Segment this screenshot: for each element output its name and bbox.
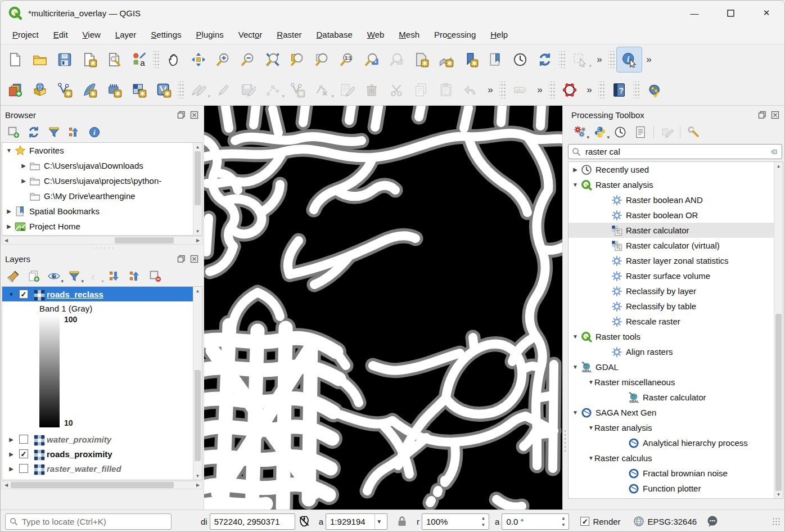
add-postgis-layer-button[interactable] xyxy=(102,78,127,102)
vertex-tool-button[interactable]: ▾ xyxy=(310,78,335,102)
refresh-browser-button[interactable] xyxy=(24,123,43,141)
toolbox-item-analytical-hierarchy-process[interactable]: Analytical hierarchy process xyxy=(569,435,783,450)
layer-labeling-button[interactable]: abc xyxy=(508,78,533,102)
magnifier-spinner[interactable]: ▲▼ xyxy=(479,515,488,528)
dropdown-caret-icon[interactable]: ▾ xyxy=(607,134,610,140)
refresh-map-button[interactable] xyxy=(533,47,557,72)
add-wms-layer-button[interactable] xyxy=(28,78,52,102)
window-resize-grip[interactable] xyxy=(772,517,780,525)
new-map-view-button[interactable] xyxy=(409,47,434,72)
open-project-button[interactable] xyxy=(28,47,52,72)
toolbox-item-raster-boolean-or[interactable]: Raster boolean OR xyxy=(569,208,783,223)
manage-map-themes-button[interactable]: ▾ xyxy=(44,267,64,285)
menu-processing[interactable]: Processing xyxy=(427,27,483,42)
options-button[interactable] xyxy=(684,123,703,141)
toolbox-item-gdal[interactable]: ▼GDALGDAL xyxy=(569,359,783,375)
paste-features-button[interactable] xyxy=(434,78,458,102)
pan-map-button[interactable] xyxy=(161,47,186,72)
zoom-next-button[interactable] xyxy=(384,47,409,72)
layers-vertical-scrollbar[interactable]: ▲ ▼ xyxy=(193,287,202,480)
layer-item-roads_reclass[interactable]: ▼✓roads_reclass xyxy=(2,287,202,301)
toggle-editing-button[interactable] xyxy=(211,78,236,102)
menu-web[interactable]: Web xyxy=(360,27,392,42)
tree-expander-icon[interactable]: ▼ xyxy=(6,147,12,154)
toolbar-overflow-button[interactable]: » xyxy=(533,84,547,96)
toolbox-item-align-rasters[interactable]: Align rasters xyxy=(569,344,783,359)
toolbar-grip[interactable] xyxy=(499,82,506,98)
crs-globe-icon[interactable] xyxy=(632,515,646,528)
add-vector-layer-button[interactable] xyxy=(52,78,77,102)
messages-button[interactable] xyxy=(706,515,719,528)
menu-edit[interactable]: Edit xyxy=(46,27,75,42)
history-button[interactable] xyxy=(611,123,630,141)
menu-view[interactable]: View xyxy=(75,27,108,42)
zoom-native-resolution-button[interactable]: 1:1 xyxy=(335,47,359,72)
menu-database[interactable]: Database xyxy=(309,27,360,42)
toolbox-item-raster-surface-volume[interactable]: Raster surface volume xyxy=(569,268,783,283)
zoom-full-extent-button[interactable] xyxy=(260,47,285,72)
dropdown-caret-icon[interactable]: ▾ xyxy=(589,63,592,69)
style-manager-button[interactable]: a xyxy=(127,47,151,72)
menu-settings[interactable]: Settings xyxy=(143,27,188,42)
toolbox-item-raster-calculator[interactable]: Raster calculator xyxy=(569,223,783,238)
toolbox-item-saga-next-gen[interactable]: ▼SAGA Next Gen xyxy=(569,405,783,420)
filter-by-expression-button[interactable]: ε▾ xyxy=(85,267,104,285)
select-features-button[interactable]: ▾ xyxy=(567,47,592,72)
digitize-with-segment-button[interactable]: ▾ xyxy=(260,78,285,102)
collapse-all-button[interactable] xyxy=(65,123,84,141)
tree-expander-icon[interactable]: ▶ xyxy=(2,466,15,472)
tree-expander-icon[interactable]: ▼ xyxy=(572,364,579,370)
filter-browser-button[interactable] xyxy=(44,123,64,141)
browser-item[interactable]: ▶Project Home xyxy=(2,219,202,234)
toolbar-overflow-button[interactable]: » xyxy=(592,54,607,65)
new-print-layout-button[interactable] xyxy=(77,47,102,72)
current-edits-button[interactable]: ▾ xyxy=(186,78,211,102)
modify-attributes-button[interactable] xyxy=(335,78,359,102)
close-button[interactable]: ✕ xyxy=(748,2,784,24)
toolbox-search[interactable] xyxy=(568,144,782,159)
delete-selected-button[interactable] xyxy=(359,78,384,102)
crs-status[interactable]: EPSG:32646 xyxy=(648,517,697,526)
toolbar-overflow-button[interactable]: » xyxy=(642,54,656,65)
toolbar-overflow-button[interactable]: » xyxy=(483,84,498,96)
toolbox-item-recently-used[interactable]: ▶Recently used xyxy=(569,162,783,177)
panel-splitter[interactable] xyxy=(1,245,204,251)
toolbar-grip[interactable] xyxy=(608,51,615,68)
browser-item[interactable]: ▼Favorites xyxy=(2,143,202,158)
pan-to-selection-button[interactable] xyxy=(186,47,211,72)
add-raster-layer-button[interactable] xyxy=(127,78,151,102)
browser-item[interactable]: ▶C:\Users\ujava\projects\python- xyxy=(2,173,202,188)
tree-expander-icon[interactable]: ▶ xyxy=(2,436,15,443)
tree-expander-icon[interactable]: ▼ xyxy=(588,425,594,431)
toolbox-item-reclassify-by-table[interactable]: Reclassify by table xyxy=(569,299,783,314)
rotation-spinbox[interactable]: ▲▼ xyxy=(502,513,569,530)
toolbox-item-raster-analysis[interactable]: ▼Raster analysis xyxy=(569,177,783,192)
help-contents-button[interactable]: ? xyxy=(607,78,631,102)
toolbox-item-fuzzify[interactable]: Fuzzify xyxy=(569,496,783,499)
scale-dropdown-icon[interactable]: ▼ xyxy=(375,514,383,529)
toolbox-item-raster-calculus[interactable]: ▼Raster calculus xyxy=(569,450,783,466)
locator-input[interactable] xyxy=(18,517,167,526)
toggle-extents-mouse-icon[interactable] xyxy=(297,515,311,528)
tree-expander-icon[interactable]: ▼ xyxy=(2,291,15,297)
browser-item[interactable]: ▶Spatial Bookmarks xyxy=(2,204,202,219)
edit-features-in-place-button[interactable] xyxy=(657,123,676,141)
data-source-manager-button[interactable] xyxy=(3,78,28,102)
toolbox-vertical-scrollbar[interactable]: ▲ ▼ xyxy=(774,162,783,498)
dropdown-caret-icon[interactable]: ▾ xyxy=(207,93,210,99)
menu-vector[interactable]: Vector xyxy=(231,27,270,42)
toolbox-item-raster-tools[interactable]: ▼Raster tools xyxy=(569,329,783,344)
browser-float-button[interactable] xyxy=(177,110,186,120)
zoom-to-layer-button[interactable] xyxy=(285,47,310,72)
add-spatialite-layer-button[interactable] xyxy=(77,78,102,102)
add-selected-layer-button[interactable] xyxy=(4,123,23,141)
models-button[interactable]: ▾ xyxy=(570,123,589,141)
menu-mesh[interactable]: Mesh xyxy=(391,27,427,42)
browser-close-button[interactable] xyxy=(190,110,199,120)
toolbar-grip[interactable] xyxy=(559,51,566,68)
tree-expander-icon[interactable]: ▼ xyxy=(572,409,579,416)
layers-float-button[interactable] xyxy=(177,254,186,264)
dropdown-caret-icon[interactable]: ▾ xyxy=(81,278,84,284)
toolbox-item-raster-boolean-and[interactable]: Raster boolean AND xyxy=(569,192,783,208)
new-spatial-bookmark-button[interactable] xyxy=(458,47,483,72)
